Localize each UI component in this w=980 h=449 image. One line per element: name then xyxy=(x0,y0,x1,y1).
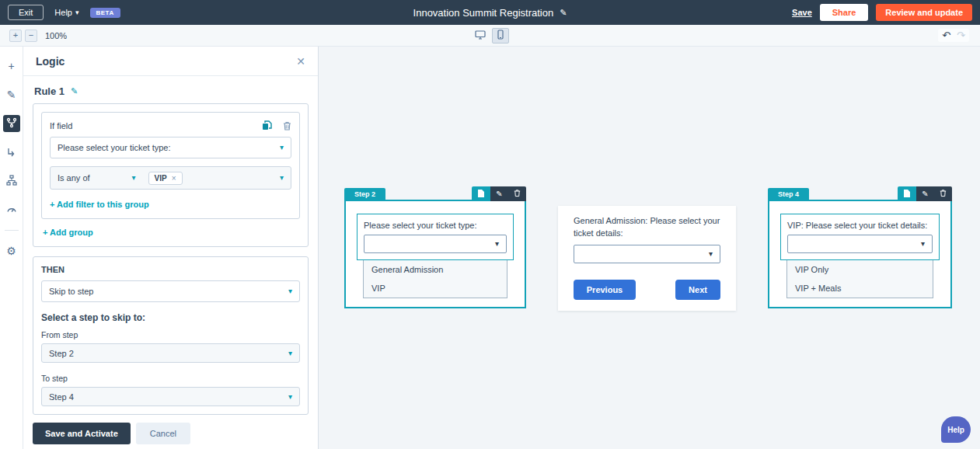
zoom-in-button[interactable]: + xyxy=(9,30,22,42)
next-button[interactable]: Next xyxy=(675,280,720,300)
redo-icon[interactable]: ↷ xyxy=(957,30,965,41)
page-title: Innovation Summit Registration xyxy=(413,7,554,19)
delete-step-button[interactable] xyxy=(934,189,952,199)
reorder-fields-button[interactable] xyxy=(3,144,20,161)
remove-tag-icon[interactable]: × xyxy=(172,174,176,183)
cancel-button[interactable]: Cancel xyxy=(136,423,190,444)
chevron-down-icon: ▾ xyxy=(288,393,292,401)
reorder-icon xyxy=(6,146,16,159)
to-step-value: Step 4 xyxy=(49,392,288,402)
vip-details-field[interactable]: VIP: Please select your ticket details: … xyxy=(780,214,940,260)
chevron-down-icon: ▾ xyxy=(921,240,925,248)
step-2-card[interactable]: Step 2 ✎ Please xyxy=(344,200,526,308)
condition-box: If field Please select your ticket type: xyxy=(41,112,300,219)
settings-button[interactable]: ⚙ xyxy=(3,242,20,259)
duplicate-step-button[interactable] xyxy=(898,186,916,201)
device-preview-toggle xyxy=(472,28,509,44)
top-nav-left: Exit Help ▾ BETA xyxy=(8,5,120,20)
condition-field-value: Please select your ticket type: xyxy=(58,143,280,152)
condition-field-select[interactable]: Please select your ticket type: ▾ xyxy=(50,137,291,158)
option-vip-only[interactable]: VIP Only xyxy=(787,260,933,279)
gear-icon: ⚙ xyxy=(6,245,16,256)
from-step-select[interactable]: Step 2 ▾ xyxy=(41,343,300,363)
beta-badge: BETA xyxy=(90,8,120,18)
chevron-down-icon: ▾ xyxy=(280,144,284,151)
from-step-value: Step 2 xyxy=(49,349,288,358)
rail-divider xyxy=(5,230,19,231)
previous-button[interactable]: Previous xyxy=(574,280,636,300)
org-chart-icon xyxy=(6,175,17,188)
delete-step-button[interactable] xyxy=(508,189,526,199)
add-element-button[interactable]: + xyxy=(3,57,20,75)
field-label: Please select your ticket type: xyxy=(364,221,507,230)
value-tag-label: VIP xyxy=(155,174,167,183)
duplicate-step-button[interactable] xyxy=(472,186,490,201)
review-and-update-button[interactable]: Review and update xyxy=(876,4,972,21)
dropdown-options: VIP Only VIP + Meals xyxy=(786,260,933,298)
option-vip[interactable]: VIP xyxy=(364,279,507,298)
edit-rule-icon[interactable]: ✎ xyxy=(71,86,78,96)
vip-details-select[interactable]: ▾ xyxy=(787,235,933,253)
trash-icon xyxy=(514,189,521,199)
chevron-down-icon: ▾ xyxy=(288,350,292,357)
title-area: Innovation Summit Registration ✎ xyxy=(413,7,567,19)
chevron-down-icon: ▾ xyxy=(495,240,499,248)
condition-operator-row[interactable]: Is any of ▾ VIP × ▾ xyxy=(50,166,291,190)
from-step-label: From step xyxy=(41,330,300,339)
operator-value: Is any of xyxy=(58,173,90,183)
close-icon[interactable]: ✕ xyxy=(296,55,305,68)
to-step-label: To step xyxy=(41,374,300,383)
top-nav-right: Save Share Review and update xyxy=(792,4,972,21)
to-step-select[interactable]: Step 4 ▾ xyxy=(41,387,300,406)
history-controls: ↶ ↷ xyxy=(938,29,969,42)
plus-icon: + xyxy=(8,61,14,71)
mobile-icon xyxy=(497,29,504,43)
step-2-tab[interactable]: Step 2 xyxy=(344,188,385,200)
field-label: General Admission: Please select your ti… xyxy=(574,215,720,240)
edit-title-icon[interactable]: ✎ xyxy=(560,8,567,18)
rule-title: Rule 1 xyxy=(34,85,65,97)
mobile-preview-button[interactable] xyxy=(492,28,509,44)
help-button[interactable]: Help xyxy=(941,416,971,443)
exit-button[interactable]: Exit xyxy=(8,5,44,20)
add-group-link[interactable]: + Add group xyxy=(43,228,93,237)
ticket-type-field[interactable]: Please select your ticket type: ▾ xyxy=(357,214,514,260)
share-button[interactable]: Share xyxy=(820,4,869,21)
chevron-down-icon: ▾ xyxy=(709,250,713,258)
logic-button[interactable] xyxy=(3,115,20,132)
chevron-down-icon: ▾ xyxy=(132,174,136,182)
save-and-activate-button[interactable]: Save and Activate xyxy=(33,423,131,444)
step-4-tab[interactable]: Step 4 xyxy=(768,188,809,200)
help-menu-label: Help xyxy=(54,8,72,17)
step-4-card[interactable]: Step 4 ✎ VIP: Pl xyxy=(768,200,952,308)
left-tool-rail: + ✎ ⚙ xyxy=(0,47,23,449)
option-general-admission[interactable]: General Admission xyxy=(364,260,507,279)
structure-button[interactable] xyxy=(3,172,20,190)
ticket-type-select[interactable]: ▾ xyxy=(364,235,507,253)
step-3-card[interactable]: General Admission: Please select your ti… xyxy=(558,206,736,311)
trash-icon[interactable] xyxy=(283,121,291,131)
canvas-toolbar: + − 100% ↶ ↷ xyxy=(0,25,980,47)
option-vip-meals[interactable]: VIP + Meals xyxy=(787,279,933,298)
help-menu[interactable]: Help ▾ xyxy=(54,8,78,17)
then-action-select[interactable]: Skip to step ▾ xyxy=(41,280,300,302)
undo-icon[interactable]: ↶ xyxy=(942,30,950,41)
save-button[interactable]: Save xyxy=(792,8,812,17)
clone-condition-icon[interactable] xyxy=(262,120,272,131)
then-section: THEN Skip to step ▾ Select a step to ski… xyxy=(33,256,309,415)
document-icon xyxy=(903,187,911,201)
chevron-down-icon: ▾ xyxy=(288,287,292,295)
then-label: THEN xyxy=(41,265,300,274)
zoom-controls: + − 100% xyxy=(9,30,67,42)
condition-group: If field Please select your ticket type: xyxy=(33,103,309,247)
add-filter-link[interactable]: + Add filter to this group xyxy=(50,200,149,209)
style-button[interactable]: ✎ xyxy=(3,86,20,103)
ticket-details-select[interactable]: ▾ xyxy=(574,245,720,263)
zoom-out-button[interactable]: − xyxy=(25,30,37,42)
edit-step-button[interactable]: ✎ xyxy=(490,190,508,198)
performance-button[interactable] xyxy=(3,201,20,218)
edit-step-button[interactable]: ✎ xyxy=(916,190,934,198)
field-label: VIP: Please select your ticket details: xyxy=(787,221,933,230)
if-field-label: If field xyxy=(50,121,72,131)
desktop-preview-button[interactable] xyxy=(472,28,489,44)
